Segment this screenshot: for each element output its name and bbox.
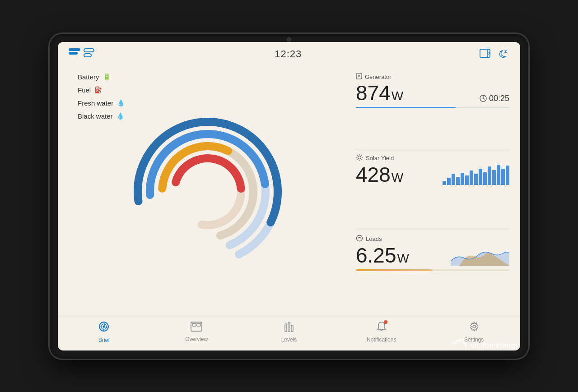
bar-12: [492, 170, 496, 184]
brief-label: Brief: [98, 337, 110, 343]
bar-5: [461, 173, 464, 185]
solar-label: Solar Yield: [366, 155, 394, 161]
battery-label-row: Battery 🔋: [78, 73, 125, 81]
generator-card[interactable]: Generator 874 W 00:25: [356, 69, 509, 149]
svg-line-27: [361, 155, 362, 155]
loads-bar: [356, 269, 509, 271]
svg-rect-3: [84, 54, 91, 57]
generator-header: Generator: [356, 73, 509, 81]
svg-line-28: [357, 159, 357, 160]
svg-point-20: [358, 156, 361, 159]
generator-body: 874 W 00:25: [356, 83, 509, 103]
svg-rect-36: [285, 324, 287, 332]
time-display: 12:23: [275, 48, 302, 60]
svg-point-39: [473, 325, 475, 328]
loads-bar-fill: [356, 269, 433, 271]
generator-secondary: 00:25: [479, 94, 509, 103]
generator-bar-fill: [356, 107, 456, 108]
overview-icon: [191, 322, 202, 334]
nav-overview[interactable]: Overview: [178, 322, 214, 342]
gauge-labels: Battery 🔋 Fuel ⛽ Fresh water 💧 Black wat…: [78, 73, 125, 120]
solar-header: Solar Yield: [356, 154, 509, 162]
freshwater-icon: 💧: [117, 99, 125, 106]
svg-point-29: [357, 235, 363, 241]
loads-unit: W: [397, 251, 409, 266]
bar-8: [474, 174, 478, 185]
levels-icon: [284, 321, 294, 335]
loads-header: Loads: [356, 235, 509, 243]
camera: [287, 37, 291, 42]
solar-body: 428 W: [356, 164, 509, 185]
loads-label: Loads: [366, 235, 382, 242]
overview-label: Overview: [185, 336, 208, 342]
brand-logo: [451, 338, 467, 353]
header-left: [69, 48, 97, 60]
svg-rect-34: [192, 323, 196, 326]
levels-label: Levels: [281, 337, 297, 343]
bar-11: [488, 166, 491, 185]
svg-rect-35: [197, 323, 200, 326]
svg-line-26: [361, 159, 362, 160]
bar-15: [506, 166, 509, 185]
device: 12:23 Z: [50, 34, 528, 359]
battery-icon: 🔋: [103, 73, 111, 80]
brand-name: victron energy: [471, 341, 520, 350]
notifications-icon: [377, 321, 387, 335]
svg-rect-2: [84, 49, 94, 52]
nav-notifications[interactable]: Notifications: [364, 321, 400, 343]
freshwater-label: Fresh water: [78, 99, 113, 107]
generator-time: 00:25: [489, 94, 509, 103]
header-right: Z: [480, 48, 509, 60]
solar-card[interactable]: Solar Yield 428 W: [356, 149, 509, 230]
brief-icon: [98, 321, 110, 335]
gauge-svg: [113, 104, 303, 275]
bar-10: [483, 172, 487, 185]
generator-bar: [356, 107, 509, 108]
loads-icon: [356, 235, 363, 243]
svg-text:Z: Z: [504, 49, 507, 54]
blackwater-label: Black water: [78, 112, 113, 120]
panel-toggle-icon[interactable]: [480, 49, 490, 60]
fuel-label-row: Fuel ⛽: [78, 86, 125, 94]
svg-rect-4: [480, 49, 490, 57]
nav-brief[interactable]: Brief: [86, 321, 122, 343]
svg-rect-37: [288, 322, 290, 332]
bar-3: [452, 174, 455, 185]
svg-rect-0: [69, 48, 80, 51]
nav-levels[interactable]: Levels: [271, 321, 307, 343]
generator-icon: [356, 73, 362, 81]
svg-point-11: [113, 104, 303, 275]
menu-icon[interactable]: [69, 48, 97, 60]
screen: 12:23 Z: [58, 42, 520, 350]
main-content: Battery 🔋 Fuel ⛽ Fresh water 💧 Black wat…: [58, 64, 520, 315]
loads-card[interactable]: Loads 6.25 W: [356, 230, 509, 310]
solar-icon: [356, 154, 363, 162]
bar-14: [501, 169, 505, 185]
blackwater-label-row: Black water 💧: [78, 112, 125, 120]
timer-icon: [479, 94, 487, 102]
right-panel: Generator 874 W 00:25: [356, 64, 509, 315]
svg-rect-38: [291, 325, 293, 332]
blackwater-icon: 💧: [117, 112, 124, 120]
solar-unit: W: [392, 171, 403, 185]
settings-icon: [469, 321, 480, 335]
svg-line-25: [357, 155, 357, 155]
fuel-icon: ⛽: [94, 86, 102, 93]
bar-7: [470, 171, 473, 185]
bar-6: [465, 175, 469, 184]
loads-chart: [451, 245, 509, 266]
bar-1: [443, 181, 446, 185]
brand: victron energy: [451, 338, 520, 353]
bar-4: [456, 177, 460, 185]
battery-label: Battery: [78, 73, 99, 81]
header: 12:23 Z: [58, 42, 520, 64]
notification-badge: [384, 320, 387, 324]
bar-13: [497, 165, 500, 185]
notifications-label: Notifications: [367, 337, 396, 343]
generator-unit: W: [392, 89, 403, 103]
sleep-icon[interactable]: Z: [498, 48, 509, 60]
bar-9: [479, 169, 482, 185]
generator-label: Generator: [365, 74, 392, 80]
freshwater-label-row: Fresh water 💧: [78, 99, 125, 107]
loads-body: 6.25 W: [356, 245, 509, 266]
